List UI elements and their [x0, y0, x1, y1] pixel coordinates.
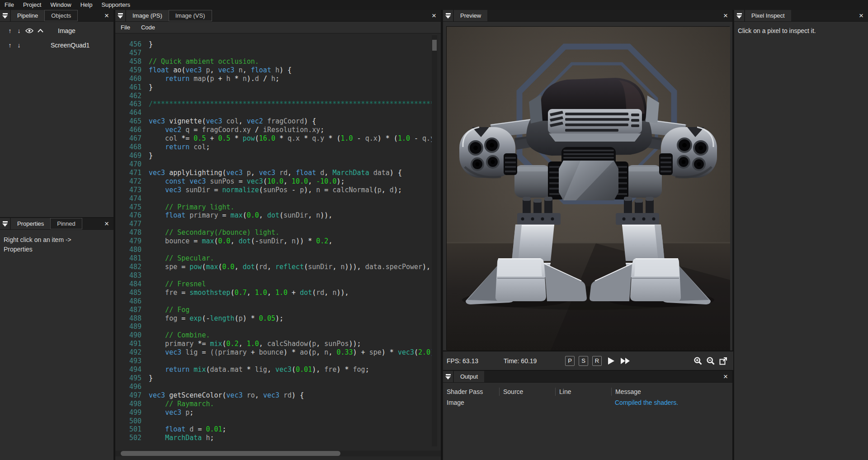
code-line[interactable]: 473 vec3 sunDir = normalize(sunPos - p),…: [115, 186, 432, 194]
code-line[interactable]: 474: [115, 194, 432, 203]
vertical-scrollbar-thumb[interactable]: [432, 40, 437, 51]
code-line[interactable]: 463/************************************…: [115, 100, 432, 109]
menu-item-file[interactable]: File: [0, 0, 19, 10]
tab-image-vs[interactable]: Image (VS): [169, 10, 212, 21]
code-line[interactable]: 460 return map(p + h * n).d / h;: [115, 75, 432, 83]
play-icon[interactable]: [606, 356, 616, 366]
code-editor-viewport[interactable]: 456}457458// Quick ambient occlusion.459…: [115, 34, 432, 449]
close-icon[interactable]: ×: [857, 10, 865, 22]
code-line[interactable]: 494 return mix(data.mat * lig, vec3(0.01…: [115, 365, 432, 374]
move-up-icon[interactable]: ↑: [5, 27, 14, 34]
editor-menu-code[interactable]: Code: [136, 24, 160, 31]
tab-properties[interactable]: Properties: [11, 218, 50, 229]
code-line[interactable]: 489: [115, 322, 432, 331]
close-icon[interactable]: ×: [103, 10, 111, 22]
code-line[interactable]: 465vec3 vignette(vec3 col, vec2 fragCoor…: [115, 117, 432, 126]
tab-pixel-inspect[interactable]: Pixel Inspect: [745, 10, 791, 21]
code-line[interactable]: 497vec3 getSceneColor(vec3 ro, vec3 rd) …: [115, 391, 432, 400]
menu-item-project[interactable]: Project: [19, 0, 46, 10]
code-line[interactable]: 475 // Primary light.: [115, 203, 432, 212]
code-line[interactable]: 498 // Raymarch.: [115, 400, 432, 408]
code-line[interactable]: 500: [115, 417, 432, 426]
pipeline-item-label[interactable]: ScreenQuad1: [51, 42, 90, 49]
code-line[interactable]: 467 col *= 0.5 + 0.5 * pow(16.0 * q.x * …: [115, 134, 432, 143]
pipeline-item-label[interactable]: Image: [58, 27, 75, 34]
code-line[interactable]: 477: [115, 220, 432, 228]
reset-time-button[interactable]: R: [592, 356, 602, 366]
close-icon[interactable]: ×: [722, 10, 730, 22]
code-line[interactable]: 483: [115, 271, 432, 280]
code-line[interactable]: 496: [115, 383, 432, 391]
code-line[interactable]: 502 MarchData h;: [115, 434, 432, 442]
close-icon[interactable]: ×: [430, 10, 438, 22]
close-icon[interactable]: ×: [722, 371, 730, 383]
code-line[interactable]: 466 vec2 q = fragCoord.xy / iResolution.…: [115, 126, 432, 134]
code-line[interactable]: 488 fog = exp(-length(p) * 0.05);: [115, 314, 432, 323]
code-line[interactable]: 479 bounce = max(0.0, dot(-sunDir, n)) *…: [115, 237, 432, 246]
zoom-in-icon[interactable]: [693, 356, 703, 365]
code-line[interactable]: 471vec3 applyLighting(vec3 p, vec3 rd, f…: [115, 169, 432, 177]
tab-pinned[interactable]: Pinned: [50, 218, 82, 229]
panel-collapse-icon[interactable]: [443, 371, 453, 382]
menu-item-supporters[interactable]: Supporters: [97, 0, 135, 10]
code-line[interactable]: 459float ao(vec3 p, vec3 n, float h) {: [115, 66, 432, 75]
tab-output[interactable]: Output: [454, 371, 484, 382]
code-line[interactable]: 492 vec3 lig = ((primary + bounce) * ao(…: [115, 348, 432, 357]
move-up-icon[interactable]: ↑: [5, 42, 14, 49]
pause-button[interactable]: P: [565, 356, 575, 366]
panel-collapse-icon[interactable]: [0, 10, 10, 21]
code-line[interactable]: 501 float d = 0.01;: [115, 425, 432, 434]
panel-collapse-icon[interactable]: [0, 218, 10, 229]
code-line[interactable]: 470: [115, 160, 432, 169]
visibility-eye-icon[interactable]: [24, 28, 35, 33]
code-line[interactable]: 482 spe = pow(max(0.0, dot(rd, reflect(s…: [115, 263, 432, 271]
preview-render-viewport[interactable]: [446, 26, 730, 350]
code-line[interactable]: 495}: [115, 374, 432, 383]
move-down-icon[interactable]: ↓: [14, 27, 24, 34]
code-line[interactable]: 486: [115, 297, 432, 306]
panel-collapse-icon[interactable]: [115, 10, 125, 21]
editor-menu-file[interactable]: File: [115, 24, 136, 31]
code-line[interactable]: 464: [115, 109, 432, 117]
code-line[interactable]: 461}: [115, 83, 432, 92]
pipeline-item-image[interactable]: ↑↓Image: [0, 25, 113, 36]
zoom-out-icon[interactable]: [706, 356, 715, 365]
code-line[interactable]: 469}: [115, 152, 432, 160]
code-line[interactable]: 485 fre = smoothstep(0.7, 1.0, 1.0 + dot…: [115, 289, 432, 297]
code-line[interactable]: 456}: [115, 40, 432, 49]
output-table-row[interactable]: ImageCompiled the shaders.: [443, 397, 732, 408]
tab-preview[interactable]: Preview: [454, 10, 487, 21]
horizontal-scrollbar-thumb[interactable]: [121, 451, 340, 456]
panel-collapse-icon[interactable]: [443, 10, 453, 21]
code-line[interactable]: 478 // Secondary(/bounce) light.: [115, 228, 432, 237]
horizontal-scrollbar[interactable]: [115, 451, 441, 456]
code-line[interactable]: 476 float primary = max(0.0, dot(sunDir,…: [115, 211, 432, 220]
pipeline-item-screenquad1[interactable]: ↑↓ScreenQuad1: [0, 40, 113, 51]
move-down-icon[interactable]: ↓: [14, 42, 24, 49]
code-line[interactable]: 487 // Fog: [115, 306, 432, 314]
tab-objects[interactable]: Objects: [44, 10, 78, 21]
fast-forward-icon[interactable]: [619, 356, 631, 366]
code-line[interactable]: 462: [115, 92, 432, 100]
code-line[interactable]: 481 // Specular.: [115, 254, 432, 263]
tab-pipeline[interactable]: Pipeline: [11, 10, 44, 21]
collapse-chevron-icon[interactable]: [35, 29, 45, 33]
code-line[interactable]: 457: [115, 49, 432, 57]
code-line[interactable]: 480: [115, 246, 432, 254]
code-line[interactable]: 491 primary *= mix(0.2, 1.0, calcShadow(…: [115, 340, 432, 348]
code-line[interactable]: 499 vec3 p;: [115, 408, 432, 417]
code-line[interactable]: 484 // Fresnel: [115, 280, 432, 289]
menu-item-help[interactable]: Help: [76, 0, 97, 10]
panel-collapse-icon[interactable]: [734, 10, 744, 21]
vertical-scrollbar[interactable]: [432, 35, 437, 446]
code-line[interactable]: 490 // Combine.: [115, 331, 432, 340]
cell-message[interactable]: Compiled the shaders.: [611, 398, 732, 407]
screenshot-button[interactable]: S: [579, 356, 588, 366]
code-line[interactable]: 458// Quick ambient occlusion.: [115, 57, 432, 66]
open-external-icon[interactable]: [719, 356, 728, 365]
close-icon[interactable]: ×: [103, 218, 111, 230]
code-line[interactable]: 468 return col;: [115, 143, 432, 152]
code-line[interactable]: 472 const vec3 sunPos = vec3(10.0, 10.0,…: [115, 177, 432, 186]
code-line[interactable]: 493: [115, 357, 432, 365]
menu-item-window[interactable]: Window: [46, 0, 75, 10]
